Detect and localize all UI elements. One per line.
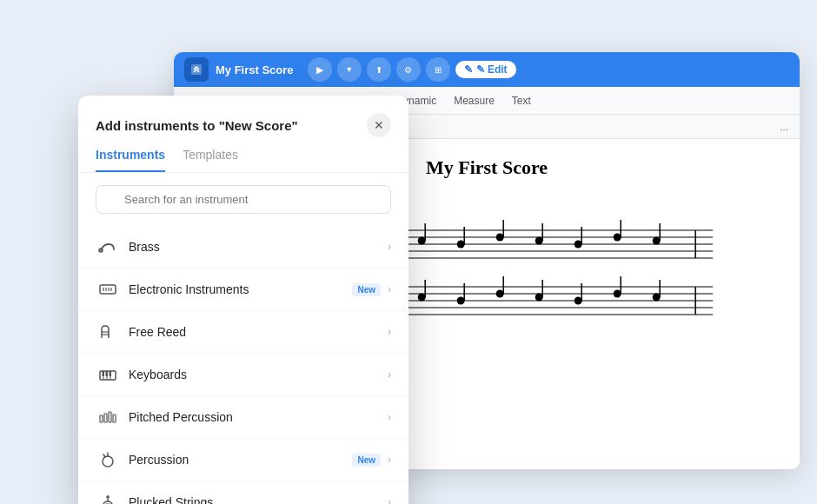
- dialog-tabs: Instruments Templates: [78, 137, 408, 173]
- close-button[interactable]: ✕: [367, 113, 391, 137]
- svg-point-45: [613, 290, 621, 298]
- freereed-icon: [96, 320, 120, 344]
- list-item[interactable]: Keyboards ›: [78, 354, 408, 396]
- instrument-list: Brass › Electronic Instruments New ›: [78, 226, 408, 504]
- freereed-label: Free Reed: [129, 325, 388, 339]
- list-item[interactable]: Brass ›: [78, 226, 408, 269]
- list-item[interactable]: Pitched Percussion ›: [78, 396, 408, 439]
- search-wrapper: 🔍: [96, 185, 391, 214]
- plucked-label: Plucked Strings: [129, 495, 388, 504]
- svg-rect-68: [113, 414, 116, 422]
- svg-rect-67: [109, 412, 111, 422]
- brass-label: Brass: [129, 240, 388, 254]
- chevron-icon: ›: [388, 454, 391, 466]
- svg-rect-66: [104, 414, 107, 422]
- tab-instruments[interactable]: Instruments: [96, 148, 165, 172]
- edit-label: ✎ Edit: [476, 63, 508, 76]
- svg-point-43: [574, 297, 581, 305]
- add-instruments-dialog: Add instruments to "New Score" ✕ Instrum…: [78, 96, 408, 504]
- tab-text[interactable]: Text: [503, 87, 540, 114]
- dialog-title: Add instruments to "New Score": [96, 118, 298, 133]
- svg-rect-63: [106, 371, 109, 376]
- svg-rect-64: [110, 371, 112, 376]
- share-button[interactable]: ⬆: [367, 57, 391, 82]
- svg-point-47: [652, 294, 660, 302]
- chevron-icon: ›: [388, 241, 391, 253]
- score-file-title: My First Score: [216, 63, 294, 76]
- chevron-icon: ›: [388, 326, 391, 338]
- svg-point-41: [535, 294, 542, 302]
- chevron-icon: ›: [388, 368, 391, 381]
- score-toolbar: My First Score ▶ ▼ ⬆ ⚙ ⊞ ✎ ✎ Edit: [174, 52, 800, 87]
- chevron-icon: ›: [388, 496, 391, 504]
- pitched-perc-label: Pitched Percussion: [129, 410, 388, 424]
- search-input[interactable]: [96, 185, 391, 214]
- app-icon: [184, 57, 209, 82]
- keyboards-icon: [96, 362, 120, 387]
- svg-point-14: [456, 241, 464, 249]
- edit-icon: ✎: [464, 63, 473, 76]
- settings-button[interactable]: ⚙: [396, 57, 421, 82]
- extra-tools[interactable]: …: [775, 118, 793, 136]
- chevron-icon: ›: [388, 283, 391, 295]
- list-item[interactable]: Free Reed ›: [78, 311, 408, 354]
- tab-measure[interactable]: Measure: [445, 87, 503, 114]
- keyboards-label: Keyboards: [129, 368, 388, 381]
- play-button[interactable]: ▶: [308, 57, 332, 82]
- svg-point-39: [495, 290, 503, 298]
- chevron-down-icon[interactable]: ▼: [337, 57, 362, 82]
- score-controls: ▶ ▼ ⬆ ⚙ ⊞ ✎ ✎ Edit: [308, 57, 516, 82]
- electronic-label: Electronic Instruments: [129, 282, 352, 296]
- pitched-perc-icon: [96, 405, 120, 429]
- list-item[interactable]: Percussion New ›: [78, 439, 408, 481]
- edit-button[interactable]: ✎ ✎ Edit: [455, 61, 516, 78]
- list-item[interactable]: Electronic Instruments New ›: [78, 269, 408, 311]
- tab-templates[interactable]: Templates: [183, 148, 238, 172]
- svg-rect-51: [100, 285, 116, 294]
- dialog-header: Add instruments to "New Score" ✕: [78, 96, 408, 137]
- search-area: 🔍: [78, 173, 408, 226]
- percussion-icon: [96, 448, 120, 472]
- plucked-icon: [96, 490, 120, 504]
- new-badge: New: [352, 454, 381, 467]
- svg-point-18: [535, 237, 542, 245]
- electronic-icon: [96, 277, 120, 302]
- svg-point-24: [652, 237, 660, 245]
- svg-rect-65: [100, 415, 103, 422]
- list-item[interactable]: Plucked Strings ›: [78, 481, 408, 504]
- svg-point-35: [417, 294, 425, 302]
- svg-point-20: [574, 241, 581, 249]
- grid-button[interactable]: ⊞: [426, 57, 450, 82]
- svg-rect-62: [103, 371, 105, 376]
- percussion-label: Percussion: [129, 453, 352, 467]
- brass-icon: [96, 235, 120, 259]
- new-badge: New: [352, 283, 381, 296]
- svg-point-12: [417, 237, 425, 245]
- chevron-icon: ›: [388, 411, 391, 423]
- svg-point-16: [495, 234, 503, 242]
- svg-point-37: [456, 297, 464, 305]
- svg-point-22: [613, 234, 621, 242]
- svg-point-69: [103, 456, 113, 467]
